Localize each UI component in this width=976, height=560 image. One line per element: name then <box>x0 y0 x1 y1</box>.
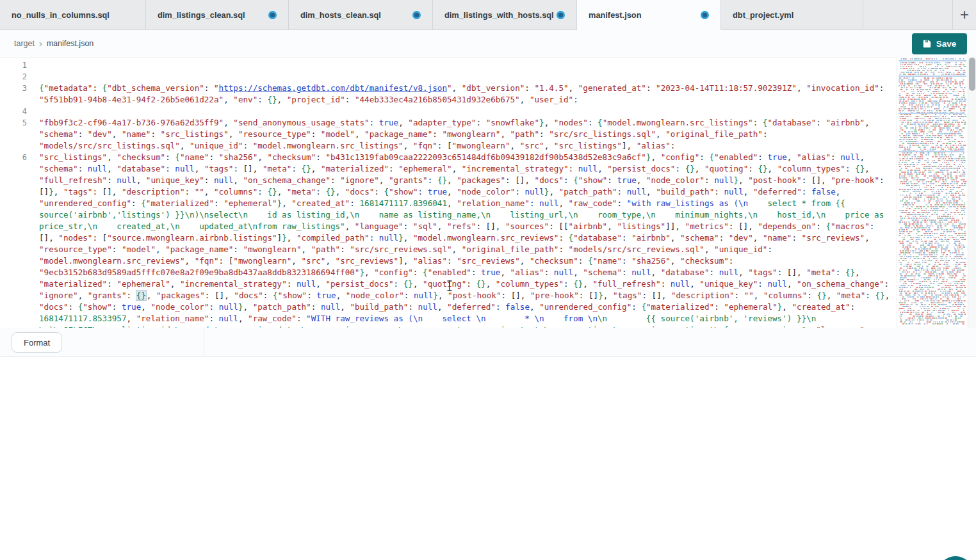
vertical-scrollbar[interactable] <box>968 56 976 328</box>
new-tab-button[interactable]: + <box>952 0 976 29</box>
line-number: 3 <box>0 83 27 106</box>
tab-dim_hosts_clean.sql[interactable]: dim_hosts_clean.sql <box>289 0 433 29</box>
line-number: 5 <box>0 117 27 152</box>
code-editor[interactable]: 123{"metadata": {"dbt_schema_version": "… <box>0 58 897 328</box>
scrollbar-thumb[interactable] <box>969 58 975 91</box>
unsaved-changes-dot[interactable] <box>557 11 565 19</box>
bottom-panel: Format <box>0 328 976 357</box>
tab-no_nulls_in_columns.sql[interactable]: no_nulls_in_columns.sql <box>0 0 146 29</box>
code-line[interactable]: 6"src_listings", "checksum": {"name": "s… <box>0 152 897 328</box>
tab-label: no_nulls_in_columns.sql <box>12 10 110 20</box>
results-empty-area <box>0 357 976 560</box>
tab-bar-spacer <box>863 0 952 29</box>
code-line-content[interactable] <box>27 60 893 71</box>
code-line[interactable]: 2 <box>0 71 897 83</box>
save-button-label: Save <box>936 39 957 49</box>
unsaved-changes-dot[interactable] <box>268 11 277 19</box>
line-number: 1 <box>0 60 27 71</box>
tab-label: dim_hosts_clean.sql <box>300 10 381 20</box>
breadcrumb: target › manifest.json <box>14 39 94 49</box>
tab-dim_listings_clean.sql[interactable]: dim_listings_clean.sql <box>146 0 289 29</box>
code-line-content[interactable]: {"metadata": {"dbt_schema_version": "htt… <box>27 83 893 106</box>
line-number: 6 <box>0 152 27 328</box>
save-button[interactable]: Save <box>912 33 967 54</box>
chevron-right-icon: › <box>39 38 42 49</box>
code-line-content[interactable]: "fbb9f3c2-cf96-4a17-b736-976a62d35ff9", … <box>27 117 893 152</box>
code-lines[interactable]: 123{"metadata": {"dbt_schema_version": "… <box>0 58 897 328</box>
minimap[interactable] <box>897 56 968 328</box>
code-line-content[interactable] <box>27 71 893 83</box>
tab-label: manifest.json <box>589 10 642 20</box>
tab-label: dim_listings_clean.sql <box>158 10 245 20</box>
breadcrumb-item-file[interactable]: manifest.json <box>47 39 94 48</box>
tab-dbt_project.yml[interactable]: dbt_project.yml <box>721 0 863 29</box>
code-line-content[interactable] <box>27 106 893 117</box>
code-line[interactable]: 4 <box>0 106 897 117</box>
open-file-tabs: no_nulls_in_columns.sqldim_listings_clea… <box>0 0 863 29</box>
code-line[interactable]: 1 <box>0 60 897 71</box>
tab-label: dim_listings_with_hosts.sql <box>444 10 554 20</box>
plus-icon: + <box>960 6 969 24</box>
floppy-disk-icon <box>923 40 931 48</box>
tab-dim_listings_with_hosts.sql[interactable]: dim_listings_with_hosts.sql <box>433 0 577 29</box>
tab-label: dbt_project.yml <box>733 10 793 20</box>
editor-toolbar: target › manifest.json Save <box>0 30 976 58</box>
unsaved-changes-dot[interactable] <box>701 11 709 19</box>
line-number: 2 <box>0 71 27 83</box>
unsaved-changes-dot[interactable] <box>412 11 421 19</box>
breadcrumb-item-target[interactable]: target <box>14 39 35 48</box>
code-line[interactable]: 5"fbb9f3c2-cf96-4a17-b736-976a62d35ff9",… <box>0 117 897 152</box>
line-number: 4 <box>0 106 27 117</box>
code-line[interactable]: 3{"metadata": {"dbt_schema_version": "ht… <box>0 83 897 106</box>
panel-divider <box>204 328 204 357</box>
tab-manifest.json[interactable]: manifest.json <box>577 0 721 30</box>
format-button[interactable]: Format <box>12 332 62 353</box>
code-line-content[interactable]: "src_listings", "checksum": {"name": "sh… <box>27 152 893 328</box>
tab-bar: no_nulls_in_columns.sqldim_listings_clea… <box>0 0 976 30</box>
